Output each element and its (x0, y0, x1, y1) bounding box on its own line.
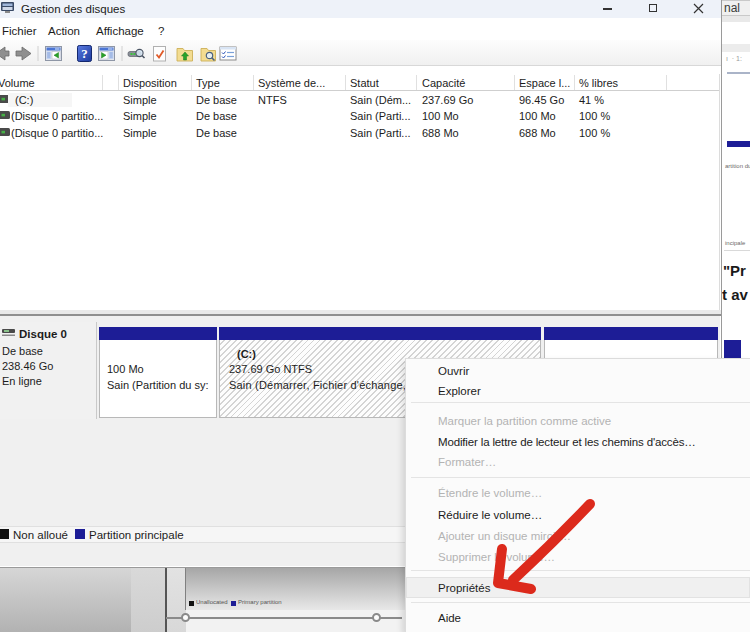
svg-text:?: ? (81, 46, 88, 61)
